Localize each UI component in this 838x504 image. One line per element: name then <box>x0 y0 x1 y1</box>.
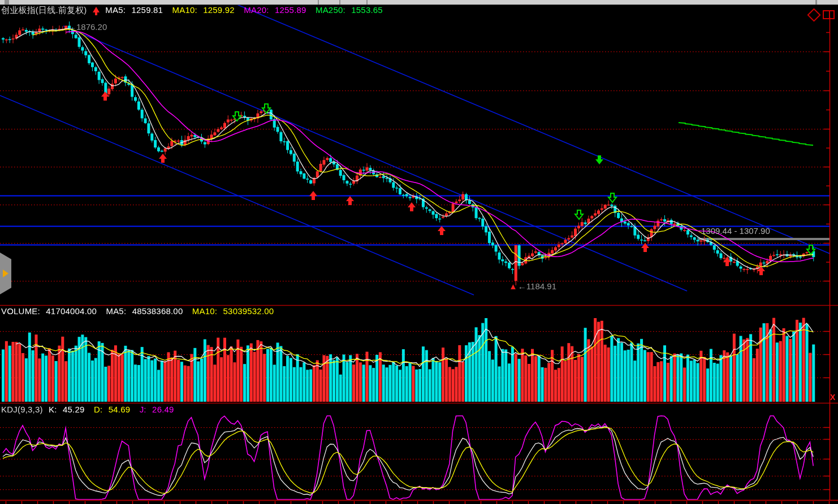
window-top-strip <box>0 0 838 5</box>
price-band-label: 1309.44 - 1307.90 <box>701 226 770 236</box>
expand-arrow-icon <box>3 270 8 277</box>
volume-label: VOLUME: <box>1 306 40 316</box>
low-marker-icon: ▲ <box>509 281 517 291</box>
ma10-value: 1259.92 <box>203 5 235 15</box>
strip-notch <box>5 0 9 5</box>
ma250-label: MA250: <box>316 5 345 15</box>
kdj-j-label: J: <box>140 405 146 414</box>
main-chart-header: 创业板指(日线.前复权) MA5: 1259.81 MA10: 1259.92 … <box>1 5 390 16</box>
strip-notch <box>339 0 340 5</box>
kdj-k-value: 45.29 <box>63 405 85 414</box>
kdj-title: KDJ(9,3,3) <box>1 405 43 414</box>
diamond-icon[interactable] <box>809 10 819 20</box>
strip-notch <box>815 0 817 5</box>
high-price-annotation: ←1876.20 <box>68 22 107 32</box>
instrument-title: 创业板指(日线.前复权) <box>1 5 87 15</box>
strip-notch <box>318 0 319 5</box>
restore-window-icon[interactable] <box>823 10 835 19</box>
main-chart-canvas[interactable] <box>0 0 838 504</box>
expand-panel-tab[interactable] <box>0 253 11 294</box>
strip-notch <box>366 0 368 5</box>
vol-ma10-label: MA10: <box>192 306 217 316</box>
volume-header: VOLUME: 41704004.00 MA5: 48538368.00 MA1… <box>1 306 280 316</box>
kdj-d-value: 54.69 <box>109 405 131 414</box>
kdj-j-value: 26.49 <box>152 405 174 414</box>
kdj-header: KDJ(9,3,3) K: 45.29 D: 54.69 J: 26.49 <box>1 405 181 414</box>
ma20-label: MA20: <box>244 5 269 15</box>
low-price-annotation: ▲←1184.91 <box>509 281 556 291</box>
kdj-k-label: K: <box>49 405 57 414</box>
kdj-d-label: D: <box>94 405 102 414</box>
trading-app-window: { "header": { "title": "创业板指(日线.前复权)", "… <box>0 0 838 504</box>
close-indicator-icon[interactable]: X <box>830 393 835 402</box>
vol-ma5-value: 48538368.00 <box>132 306 183 316</box>
ma5-label: MA5: <box>105 5 126 15</box>
ma5-value: 1259.81 <box>132 5 163 15</box>
ma10-label: MA10: <box>172 5 197 15</box>
volume-value: 41704004.00 <box>46 306 97 316</box>
vol-ma5-label: MA5: <box>106 306 126 316</box>
ma20-value: 1255.89 <box>275 5 306 15</box>
high-price-value: 1876.20 <box>76 22 107 32</box>
ma250-value: 1553.65 <box>351 5 383 15</box>
vol-ma10-value: 53039532.00 <box>223 306 274 316</box>
low-price-value: 1184.91 <box>526 281 556 291</box>
trend-up-arrow-icon <box>93 7 100 12</box>
